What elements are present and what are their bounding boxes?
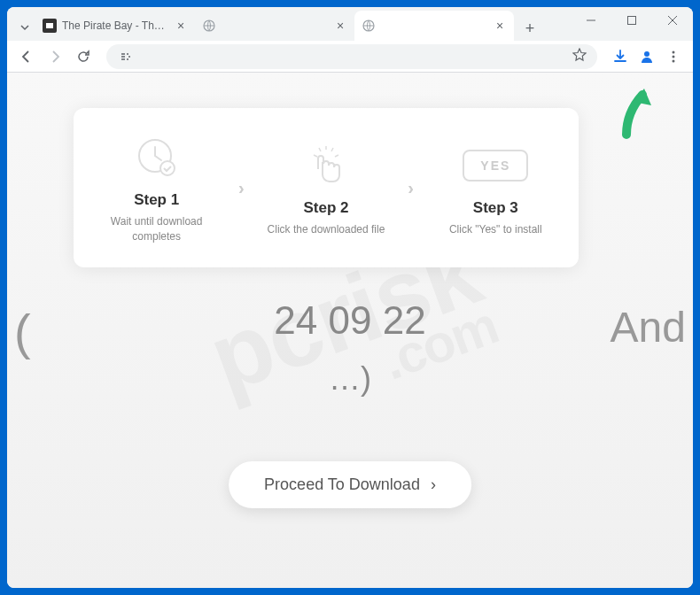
downloads-button[interactable] (608, 44, 633, 69)
chevron-down-icon (19, 22, 30, 33)
maximize-icon (627, 16, 636, 25)
chevron-right-icon: › (431, 475, 436, 494)
kebab-menu-icon (666, 50, 681, 64)
forward-button[interactable] (43, 44, 67, 69)
tab-close-button[interactable]: × (333, 19, 347, 33)
tab-pirate-bay[interactable]: The Pirate Bay - The gala × (35, 11, 195, 41)
tab-close-button[interactable]: × (493, 19, 507, 33)
address-bar[interactable] (106, 44, 597, 69)
yes-box-icon: YES (463, 139, 528, 192)
hand-click-icon (305, 139, 347, 192)
chevron-right-icon: › (408, 178, 414, 198)
globe-icon (202, 19, 216, 33)
maximize-button[interactable] (611, 7, 652, 34)
download-icon (612, 49, 628, 65)
reload-button[interactable] (71, 44, 96, 69)
site-settings-icon[interactable] (117, 48, 135, 66)
svg-rect-3 (628, 17, 636, 25)
clock-icon (136, 131, 178, 184)
chevron-right-icon: › (238, 178, 245, 198)
green-arrow-icon (618, 86, 653, 139)
bg-text-ellipsis: …) (7, 360, 693, 398)
svg-point-6 (127, 58, 128, 60)
step-1: Step 1 Wait until download completes (90, 131, 223, 244)
minimize-button[interactable] (571, 7, 611, 34)
svg-point-7 (644, 51, 649, 57)
reload-icon (76, 50, 90, 64)
proceed-label: Proceed To Download (264, 475, 420, 494)
step-desc: Wait until download completes (90, 214, 223, 244)
bg-text-numbers: 24 09 22 (7, 298, 693, 343)
user-icon (639, 49, 655, 65)
back-button[interactable] (14, 44, 39, 69)
browser-window: The Pirate Bay - The gala × × × + (7, 7, 693, 588)
window-controls (571, 7, 693, 41)
svg-point-9 (673, 55, 675, 58)
page-content: pcrisk.com Step 1 Wait until download co… (7, 73, 693, 588)
svg-point-5 (128, 56, 130, 58)
step-title: Step 2 (303, 199, 348, 217)
svg-point-8 (673, 50, 675, 53)
step-title: Step 1 (134, 191, 179, 209)
profile-button[interactable] (634, 44, 659, 69)
tab-blank-1[interactable]: × (195, 11, 354, 41)
svg-point-4 (127, 53, 128, 55)
toolbar (7, 41, 693, 73)
new-tab-button[interactable]: + (517, 16, 542, 41)
bookmark-star-button[interactable] (572, 48, 587, 66)
step-title: Step 3 (473, 199, 518, 217)
tab-close-button[interactable]: × (174, 19, 188, 33)
bg-text-and: And (611, 303, 686, 352)
tab-active[interactable]: × (354, 11, 514, 41)
arrow-right-icon (48, 50, 62, 64)
svg-point-12 (160, 161, 175, 175)
menu-button[interactable] (661, 44, 686, 69)
tab-title: The Pirate Bay - The gala (62, 19, 168, 32)
arrow-annotation (618, 86, 653, 143)
close-button[interactable] (652, 7, 693, 34)
close-icon (668, 16, 677, 25)
favicon-pirate (43, 19, 57, 33)
star-icon (572, 48, 587, 62)
minimize-icon (587, 16, 595, 25)
proceed-download-button[interactable]: Proceed To Download › (229, 461, 471, 508)
step-2: Step 2 Click the downloaded file (260, 139, 393, 237)
step-desc: Click the downloaded file (268, 222, 385, 237)
tab-search-dropdown[interactable] (14, 14, 35, 41)
step-desc: Click "Yes" to install (449, 222, 542, 237)
toolbar-actions (608, 44, 686, 69)
titlebar: The Pirate Bay - The gala × × × + (7, 7, 693, 41)
svg-point-10 (673, 59, 675, 62)
steps-card: Step 1 Wait until download completes › S… (74, 108, 579, 267)
step-3: YES Step 3 Click "Yes" to install (429, 139, 562, 237)
arrow-left-icon (19, 50, 34, 64)
globe-icon (362, 19, 376, 33)
